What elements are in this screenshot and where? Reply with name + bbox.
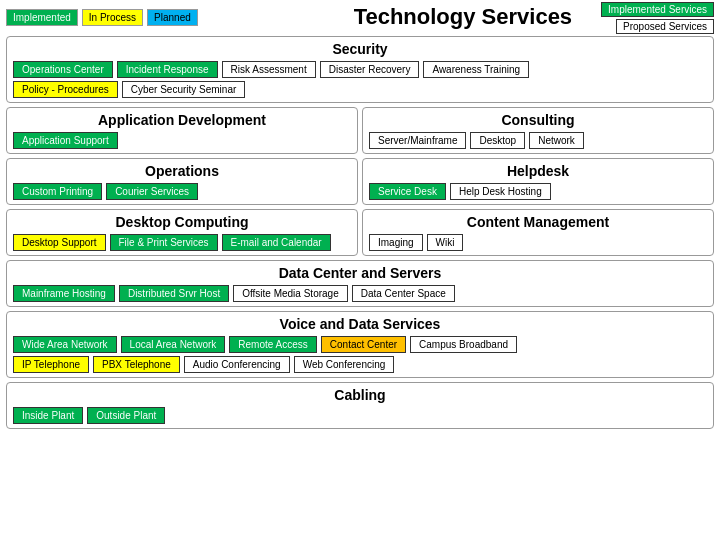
chip-network[interactable]: Network bbox=[529, 132, 584, 149]
appdev-section: Application Development Application Supp… bbox=[6, 107, 358, 154]
ops-helpdesk-row: Operations Custom Printing Courier Servi… bbox=[6, 158, 714, 205]
chip-contact-center[interactable]: Contact Center bbox=[321, 336, 406, 353]
chip-imaging[interactable]: Imaging bbox=[369, 234, 423, 251]
chip-service-desk[interactable]: Service Desk bbox=[369, 183, 446, 200]
chip-data-center-space[interactable]: Data Center Space bbox=[352, 285, 455, 302]
chip-remote-access[interactable]: Remote Access bbox=[229, 336, 316, 353]
chip-server-mainframe[interactable]: Server/Mainframe bbox=[369, 132, 466, 149]
proposed-services-label: Proposed Services bbox=[616, 19, 714, 34]
cabling-section: Cabling Inside Plant Outside Plant bbox=[6, 382, 714, 429]
security-title: Security bbox=[13, 41, 707, 57]
legend-box: Implemented Services Proposed Services bbox=[601, 2, 714, 34]
security-row2: Policy - Procedures Cyber Security Semin… bbox=[13, 81, 707, 98]
chip-file-print[interactable]: File & Print Services bbox=[110, 234, 218, 251]
content-section: Content Management Imaging Wiki bbox=[362, 209, 714, 256]
content-title: Content Management bbox=[369, 214, 707, 230]
chip-operations-center[interactable]: Operations Center bbox=[13, 61, 113, 78]
operations-title: Operations bbox=[13, 163, 351, 179]
desktop-content-row: Desktop Computing Desktop Support File &… bbox=[6, 209, 714, 256]
desktop-section: Desktop Computing Desktop Support File &… bbox=[6, 209, 358, 256]
badge-implemented: Implemented bbox=[6, 9, 78, 26]
chip-ip-telephone[interactable]: IP Telephone bbox=[13, 356, 89, 373]
helpdesk-section: Helpdesk Service Desk Help Desk Hosting bbox=[362, 158, 714, 205]
chip-mainframe-hosting[interactable]: Mainframe Hosting bbox=[13, 285, 115, 302]
datacenter-section: Data Center and Servers Mainframe Hostin… bbox=[6, 260, 714, 307]
badge-planned: Planned bbox=[147, 9, 198, 26]
chip-web-conf[interactable]: Web Conferencing bbox=[294, 356, 395, 373]
content-row1: Imaging Wiki bbox=[369, 234, 707, 251]
datacenter-row1: Mainframe Hosting Distributed Srvr Host … bbox=[13, 285, 707, 302]
chip-audio-conf[interactable]: Audio Conferencing bbox=[184, 356, 290, 373]
main-content: Security Operations Center Incident Resp… bbox=[0, 34, 720, 431]
consulting-row1: Server/Mainframe Desktop Network bbox=[369, 132, 707, 149]
voice-row2: IP Telephone PBX Telephone Audio Confere… bbox=[13, 356, 707, 373]
security-row1: Operations Center Incident Response Risk… bbox=[13, 61, 707, 78]
chip-custom-printing[interactable]: Custom Printing bbox=[13, 183, 102, 200]
chip-incident-response[interactable]: Incident Response bbox=[117, 61, 218, 78]
helpdesk-row1: Service Desk Help Desk Hosting bbox=[369, 183, 707, 200]
chip-distributed-srvr[interactable]: Distributed Srvr Host bbox=[119, 285, 229, 302]
implemented-services-label: Implemented Services bbox=[601, 2, 714, 17]
appdev-consulting-row: Application Development Application Supp… bbox=[6, 107, 714, 154]
chip-lan[interactable]: Local Area Network bbox=[121, 336, 226, 353]
appdev-title: Application Development bbox=[13, 112, 351, 128]
operations-section: Operations Custom Printing Courier Servi… bbox=[6, 158, 358, 205]
desktop-row1: Desktop Support File & Print Services E-… bbox=[13, 234, 351, 251]
chip-pbx-telephone[interactable]: PBX Telephone bbox=[93, 356, 180, 373]
chip-help-desk-hosting[interactable]: Help Desk Hosting bbox=[450, 183, 551, 200]
chip-app-support[interactable]: Application Support bbox=[13, 132, 118, 149]
appdev-row1: Application Support bbox=[13, 132, 351, 149]
chip-risk-assessment[interactable]: Risk Assessment bbox=[222, 61, 316, 78]
chip-offsite-media[interactable]: Offsite Media Storage bbox=[233, 285, 348, 302]
cabling-row1: Inside Plant Outside Plant bbox=[13, 407, 707, 424]
chip-desktop-support[interactable]: Desktop Support bbox=[13, 234, 106, 251]
chip-policy-procedures[interactable]: Policy - Procedures bbox=[13, 81, 118, 98]
voice-section: Voice and Data Services Wide Area Networ… bbox=[6, 311, 714, 378]
chip-wan[interactable]: Wide Area Network bbox=[13, 336, 117, 353]
header: Implemented In Process Planned Technolog… bbox=[0, 0, 720, 34]
helpdesk-title: Helpdesk bbox=[369, 163, 707, 179]
datacenter-title: Data Center and Servers bbox=[13, 265, 707, 281]
chip-outside-plant[interactable]: Outside Plant bbox=[87, 407, 165, 424]
chip-disaster-recovery[interactable]: Disaster Recovery bbox=[320, 61, 420, 78]
consulting-title: Consulting bbox=[369, 112, 707, 128]
chip-courier-services[interactable]: Courier Services bbox=[106, 183, 198, 200]
chip-awareness-training[interactable]: Awareness Training bbox=[423, 61, 529, 78]
cabling-title: Cabling bbox=[13, 387, 707, 403]
chip-inside-plant[interactable]: Inside Plant bbox=[13, 407, 83, 424]
chip-email-calendar[interactable]: E-mail and Calendar bbox=[222, 234, 331, 251]
chip-wiki[interactable]: Wiki bbox=[427, 234, 464, 251]
badge-inprocess: In Process bbox=[82, 9, 143, 26]
chip-desktop[interactable]: Desktop bbox=[470, 132, 525, 149]
consulting-section: Consulting Server/Mainframe Desktop Netw… bbox=[362, 107, 714, 154]
voice-title: Voice and Data Services bbox=[13, 316, 707, 332]
chip-cyber-security-seminar[interactable]: Cyber Security Seminar bbox=[122, 81, 246, 98]
security-section: Security Operations Center Incident Resp… bbox=[6, 36, 714, 103]
operations-row1: Custom Printing Courier Services bbox=[13, 183, 351, 200]
chip-campus-broadband[interactable]: Campus Broadband bbox=[410, 336, 517, 353]
desktop-title: Desktop Computing bbox=[13, 214, 351, 230]
voice-row1: Wide Area Network Local Area Network Rem… bbox=[13, 336, 707, 353]
